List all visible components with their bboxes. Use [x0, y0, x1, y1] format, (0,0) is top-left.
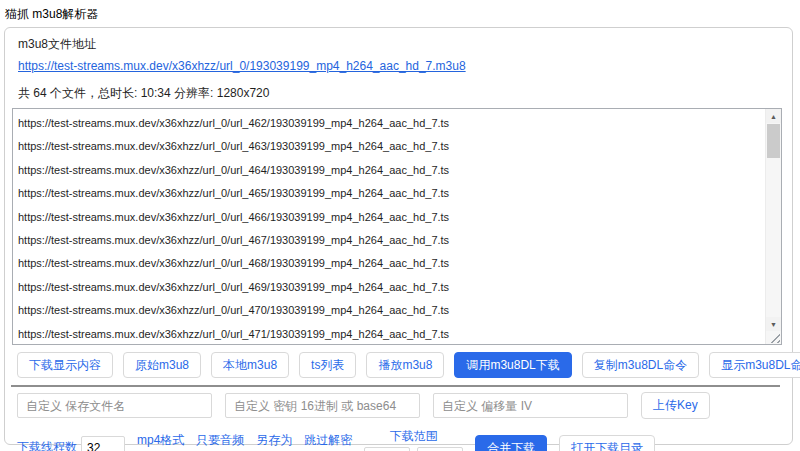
save-as-label: 另存为: [256, 432, 292, 449]
audio-only-group: 只要音频: [196, 432, 244, 451]
copy-m3u8dl-button[interactable]: 复制m3u8DL命令: [582, 352, 699, 378]
scrollbar-thumb[interactable]: [767, 124, 780, 158]
download-content-button[interactable]: 下载显示内容: [17, 352, 113, 378]
scroll-up-icon[interactable]: ▲: [766, 109, 781, 123]
range-inputs: [364, 447, 463, 451]
mp4-format-label: mp4格式: [137, 432, 184, 449]
range-end-input[interactable]: [417, 447, 463, 451]
original-m3u8-button[interactable]: 原始m3u8: [123, 352, 201, 378]
upload-key-button[interactable]: 上传Key: [641, 392, 710, 418]
threads-label: 下载线程数: [17, 439, 77, 451]
local-m3u8-button[interactable]: 本地m3u8: [211, 352, 289, 378]
iv-input[interactable]: [433, 393, 628, 418]
download-range-label: 下载范围: [390, 428, 438, 445]
play-m3u8-button[interactable]: 播放m3u8: [366, 352, 444, 378]
threads-input[interactable]: [81, 436, 125, 451]
textarea-scrollbar[interactable]: ▲ ▼: [765, 109, 781, 344]
download-range-group: 下载范围: [364, 428, 463, 451]
ts-list-box: https://test-streams.mux.dev/x36xhzz/url…: [12, 108, 782, 345]
skip-decrypt-group: 跳过解密: [304, 432, 352, 451]
custom-inputs-row: 上传Key: [17, 392, 782, 418]
threads-group: 下载线程数: [17, 436, 125, 451]
open-download-dir-button[interactable]: 打开下载目录: [559, 435, 655, 451]
scroll-down-icon[interactable]: ▼: [766, 317, 781, 331]
download-options-row: 下载线程数 mp4格式 只要音频 另存为 跳过解密 下载范围 合并下载: [17, 428, 782, 451]
show-m3u8dl-button[interactable]: 显示m3u8DL命令: [709, 352, 800, 378]
skip-decrypt-label: 跳过解密: [304, 432, 352, 449]
section-divider: [11, 385, 780, 387]
invoke-m3u8dl-button[interactable]: 调用m3u8DL下载: [454, 352, 571, 378]
ts-list-textarea[interactable]: https://test-streams.mux.dev/x36xhzz/url…: [13, 109, 765, 344]
filename-input[interactable]: [17, 393, 212, 418]
toolbar: 下载显示内容 原始m3u8 本地m3u8 ts列表 播放m3u8 调用m3u8D…: [17, 352, 782, 378]
audio-only-label: 只要音频: [196, 432, 244, 449]
ts-list-button[interactable]: ts列表: [299, 352, 356, 378]
page-title: 猫抓 m3u8解析器: [0, 0, 800, 27]
parser-panel: m3u8文件地址 https://test-streams.mux.dev/x3…: [4, 27, 793, 445]
m3u8-url-link[interactable]: https://test-streams.mux.dev/x36xhzz/url…: [18, 59, 466, 73]
m3u8-url-label: m3u8文件地址: [18, 36, 782, 53]
mp4-format-group: mp4格式: [137, 432, 184, 451]
range-start-input[interactable]: [364, 447, 410, 451]
key-input[interactable]: [225, 393, 420, 418]
save-as-group: 另存为: [256, 432, 292, 451]
merge-download-button[interactable]: 合并下载: [475, 435, 547, 451]
file-info-line: 共 64 个文件，总时长: 10:34 分辨率: 1280x720: [18, 85, 782, 102]
